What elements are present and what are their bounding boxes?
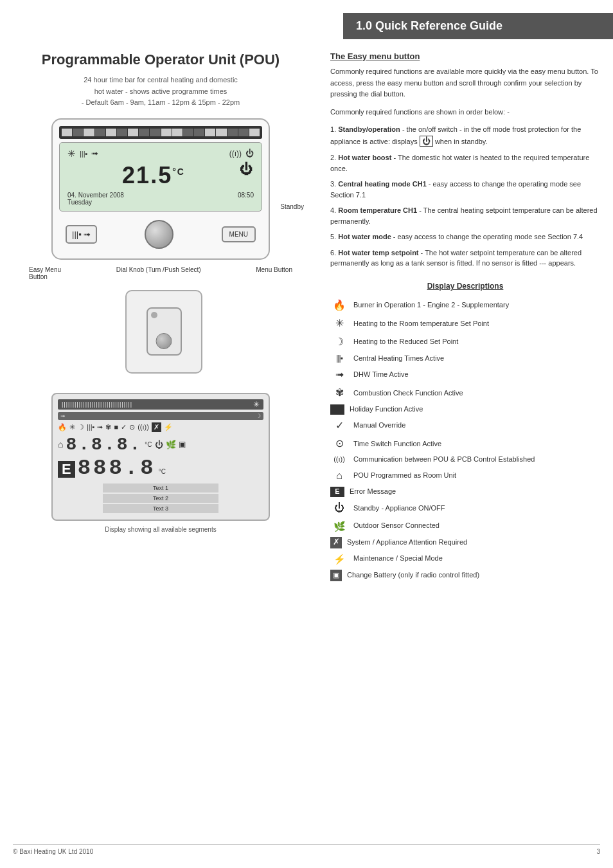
time-seg bbox=[249, 129, 260, 136]
desc-text-16: Change Battery (only if radio control fi… bbox=[347, 570, 479, 580]
icon-house-desc: ⌂ bbox=[330, 469, 348, 483]
subtitle-line-1: 24 hour time bar for central heating and… bbox=[84, 76, 238, 84]
desc-item-13: 🌿 Outdoor Sensor Connected bbox=[330, 520, 600, 533]
easy-menu-icon: |||▪ ➟ bbox=[72, 230, 91, 239]
easy-menu-para2: Commonly required functions are shown in… bbox=[330, 107, 600, 118]
page-title: Programmable Operator Unit (POU) bbox=[13, 51, 308, 68]
footer: © Baxi Heating UK Ltd 2010 3 bbox=[13, 844, 600, 855]
desc-item-3: |||▪ Central Heating Times Active bbox=[330, 353, 600, 364]
desc-item-5: ✾ Combustion Check Function Active bbox=[330, 386, 600, 400]
dial-knob-label: Dial Knob (Turn /Push Select) bbox=[116, 266, 201, 280]
icon-power-display: ⏻ bbox=[245, 149, 254, 158]
icon-outdoor-sensor: 🌿 bbox=[330, 520, 348, 533]
pou-device: ✳ |||▪ ➟ ((ı)) ⏻ 21.5°C ⏻ 04. November 2… bbox=[51, 118, 270, 260]
desc-item-10: ⌂ POU Programmed as Room Unit bbox=[330, 469, 600, 483]
dial-knob[interactable] bbox=[145, 220, 173, 249]
icon-attention-box: ✗ bbox=[330, 537, 342, 548]
easy-menu-section: The Easy menu button Commonly required f… bbox=[330, 51, 600, 269]
desc-text-9: Communication between POU & PCB Control … bbox=[353, 455, 535, 464]
right-column: The Easy menu button Commonly required f… bbox=[330, 51, 600, 585]
time-seg bbox=[62, 129, 72, 136]
menu-button-label-ext: Menu Button bbox=[256, 266, 292, 280]
desc-text-13: Outdoor Sensor Connected bbox=[353, 521, 440, 530]
desc-text-15: Maintenance / Special Mode bbox=[353, 554, 443, 563]
menu-button[interactable]: MENU bbox=[222, 226, 256, 242]
desc-item-12: ⏻ Standby - Appliance ON/OFF bbox=[330, 501, 600, 515]
desc-text-6: Holiday Function Active bbox=[350, 404, 423, 414]
easy-menu-button-label: Easy MenuButton bbox=[29, 266, 61, 280]
desc-item-14: ✗ System / Appliance Attention Required bbox=[330, 537, 600, 548]
easy-menu-button[interactable]: |||▪ ➟ bbox=[66, 225, 97, 244]
time-bar-inner bbox=[62, 129, 260, 136]
seg-icon-power-2: ⏻ bbox=[155, 440, 163, 449]
seg-icon-arrow: ➟ bbox=[97, 423, 103, 431]
time-seg bbox=[227, 129, 238, 136]
desc-text-11: Error Message bbox=[350, 487, 396, 496]
seg-icon-fan: ✾ bbox=[105, 423, 111, 431]
icon-error-e: E bbox=[330, 487, 344, 497]
numbered-item-6: 6. Hot water temp setpoint - The hot wat… bbox=[330, 248, 600, 269]
all-segments-display: ||||||||||||||||||||||||||||||||| ✳ ➟ ☽ … bbox=[51, 393, 270, 521]
text-row-1: Text 1 bbox=[103, 484, 218, 493]
seg-icon-house: ⌂ bbox=[58, 439, 63, 449]
display-caption: Display showing all available segments bbox=[13, 526, 308, 533]
seg-icon-x: ✗ bbox=[152, 422, 161, 432]
display-icons-row: ✳ |||▪ ➟ ((ı)) ⏻ bbox=[67, 148, 254, 159]
desc-text-0: Burner in Operation 1 - Engine 2 - Suppl… bbox=[353, 300, 509, 310]
icon-snowflake-desc: ✳ bbox=[330, 316, 348, 330]
icon-standby-desc: ⏻ bbox=[330, 501, 348, 515]
buttons-row: |||▪ ➟ MENU bbox=[59, 217, 262, 252]
icon-holiday-box bbox=[330, 404, 344, 415]
seg-icon-clock: ⊙ bbox=[129, 423, 135, 431]
seg-icon-bars: |||▪ bbox=[87, 423, 94, 431]
numbered-item-3: 3. Central heating mode CH1 - easy acces… bbox=[330, 179, 600, 200]
text-row-2: Text 2 bbox=[103, 494, 218, 503]
subtitle-block: 24 hour time bar for central heating and… bbox=[13, 75, 308, 109]
subtitle-line-2: hot water - shows active programme times bbox=[94, 87, 227, 95]
icon-maintenance: ⚡ bbox=[330, 552, 348, 566]
time-seg bbox=[73, 129, 83, 136]
seg-icon-battery: ▣ bbox=[179, 440, 186, 449]
desc-item-4: ➟ DHW Time Active bbox=[330, 368, 600, 382]
time-seg bbox=[183, 129, 193, 136]
icon-ch-times: |||▪ bbox=[330, 353, 348, 364]
desc-item-16: ▣ Change Battery (only if radio control … bbox=[330, 570, 600, 581]
pou-wrapper: ✳ |||▪ ➟ ((ı)) ⏻ 21.5°C ⏻ 04. November 2… bbox=[26, 118, 296, 280]
icon-manual-tick: ✓ bbox=[330, 419, 348, 433]
icon-combustion: ✾ bbox=[330, 386, 348, 400]
display-time: 08:50 bbox=[238, 192, 254, 206]
desc-text-5: Combustion Check Function Active bbox=[353, 388, 463, 398]
standby-label: Standby bbox=[280, 203, 304, 210]
numbered-item-2: 2. Hot water boost - The domestic hot wa… bbox=[330, 152, 600, 174]
desc-item-6: Holiday Function Active bbox=[330, 404, 600, 415]
desc-text-10: POU Programmed as Room Unit bbox=[353, 471, 456, 480]
standby-power-icon: ⏻ bbox=[240, 162, 254, 177]
seg-snowflake: ✳ bbox=[253, 400, 260, 409]
time-seg bbox=[95, 129, 105, 136]
desc-text-4: DHW Time Active bbox=[353, 370, 409, 379]
desc-item-0: 🔥 Burner in Operation 1 - Engine 2 - Sup… bbox=[330, 298, 600, 312]
desc-item-11: E Error Message bbox=[330, 487, 600, 497]
desc-text-1: Heating to the Room temperature Set Poin… bbox=[353, 319, 489, 329]
subtitle-line-3: - Default 6am - 9am, 11am - 12pm & 15pm … bbox=[82, 98, 240, 106]
icon-time-switch: ⊙ bbox=[330, 437, 348, 451]
icon-battery-box: ▣ bbox=[330, 570, 342, 581]
time-seg bbox=[128, 129, 138, 136]
header-bar: 1.0 Quick Reference Guide bbox=[343, 13, 613, 39]
seg-icon-tick: ✓ bbox=[121, 423, 127, 431]
text-rows: Text 1 Text 2 Text 3 bbox=[58, 484, 263, 513]
numbered-item-4: 4. Room temperature CH1 - The central he… bbox=[330, 205, 600, 226]
time-bar bbox=[59, 126, 262, 139]
desc-item-15: ⚡ Maintenance / Special Mode bbox=[330, 552, 600, 566]
desc-text-12: Standby - Appliance ON/OFF bbox=[353, 503, 445, 513]
small-device-image bbox=[125, 290, 202, 374]
seg-icon-snowflake: ✳ bbox=[69, 423, 75, 431]
time-seg bbox=[150, 129, 160, 136]
desc-text-8: Time Switch Function Active bbox=[353, 439, 441, 449]
desc-text-7: Manual Override bbox=[353, 420, 405, 430]
seg-icons-row: 🔥 ✳ ☽ |||▪ ➟ ✾ ■ ✓ ⊙ ((ı)) ✗ ⚡ bbox=[58, 422, 263, 432]
seg-main-row: ⌂ 8.8.8. °C ⏻ 🌿 ▣ E 888.8 °C bbox=[58, 435, 263, 480]
icon-snowflake-display: ✳ bbox=[67, 148, 76, 159]
seg-icon-slash: ⚡ bbox=[164, 423, 173, 431]
easy-menu-header: The Easy menu button bbox=[330, 51, 600, 61]
